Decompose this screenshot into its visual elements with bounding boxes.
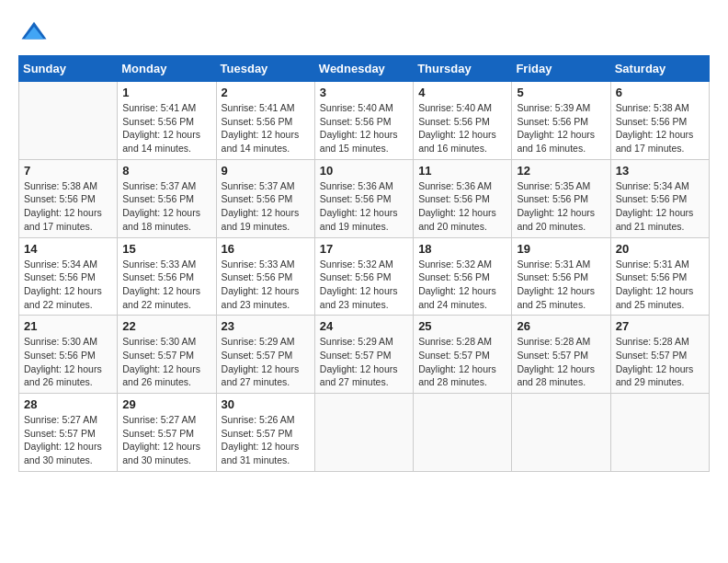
sunset: Sunset: 5:56 PM [517, 193, 588, 204]
calendar-cell: 21 Sunrise: 5:30 AM Sunset: 5:56 PM Dayl… [19, 316, 118, 394]
sunset: Sunset: 5:57 PM [24, 428, 96, 439]
sunrise: Sunrise: 5:41 AM [122, 102, 196, 113]
day-number: 3 [320, 86, 408, 99]
day-number: 23 [222, 319, 310, 333]
calendar-cell: 5 Sunrise: 5:39 AM Sunset: 5:56 PM Dayli… [512, 82, 610, 160]
sunset: Sunset: 5:56 PM [616, 271, 688, 282]
day-info: Sunrise: 5:26 AM Sunset: 5:57 PM Dayligh… [222, 413, 310, 467]
calendar-week-row: 7 Sunrise: 5:38 AM Sunset: 5:56 PM Dayli… [19, 159, 710, 237]
calendar-cell: 1 Sunrise: 5:41 AM Sunset: 5:56 PM Dayli… [118, 82, 216, 160]
day-info: Sunrise: 5:37 AM Sunset: 5:56 PM Dayligh… [122, 179, 210, 234]
daylight: Daylight: 12 hours and 28 minutes. [517, 363, 595, 388]
sunrise: Sunrise: 5:27 AM [24, 414, 97, 425]
calendar-cell: 4 Sunrise: 5:40 AM Sunset: 5:56 PM Dayli… [414, 82, 512, 160]
daylight: Daylight: 12 hours and 30 minutes. [24, 441, 102, 465]
weekday-header: Monday [118, 56, 216, 82]
day-info: Sunrise: 5:30 AM Sunset: 5:56 PM Dayligh… [24, 335, 112, 389]
day-info: Sunrise: 5:29 AM Sunset: 5:57 PM Dayligh… [222, 335, 310, 389]
calendar-cell: 19 Sunrise: 5:31 AM Sunset: 5:56 PM Dayl… [512, 237, 610, 316]
sunrise: Sunrise: 5:33 AM [122, 259, 196, 270]
day-info: Sunrise: 5:27 AM Sunset: 5:57 PM Dayligh… [122, 413, 210, 467]
daylight: Daylight: 12 hours and 18 minutes. [122, 207, 200, 232]
sunset: Sunset: 5:56 PM [517, 116, 588, 127]
sunset: Sunset: 5:56 PM [517, 271, 588, 282]
sunset: Sunset: 5:56 PM [24, 271, 96, 282]
sunset: Sunset: 5:56 PM [418, 116, 490, 127]
sunrise: Sunrise: 5:33 AM [222, 259, 295, 270]
sunset: Sunset: 5:56 PM [616, 116, 688, 127]
day-number: 16 [222, 242, 310, 256]
day-info: Sunrise: 5:31 AM Sunset: 5:56 PM Dayligh… [616, 258, 704, 312]
sunrise: Sunrise: 5:40 AM [320, 102, 393, 113]
sunset: Sunset: 5:56 PM [418, 193, 490, 204]
day-info: Sunrise: 5:41 AM Sunset: 5:56 PM Dayligh… [122, 101, 210, 155]
calendar-cell: 15 Sunrise: 5:33 AM Sunset: 5:56 PM Dayl… [118, 237, 216, 316]
sunset: Sunset: 5:56 PM [320, 193, 392, 204]
weekday-header: Tuesday [216, 56, 314, 82]
calendar-cell: 7 Sunrise: 5:38 AM Sunset: 5:56 PM Dayli… [19, 159, 118, 237]
calendar-cell [414, 394, 512, 472]
day-info: Sunrise: 5:33 AM Sunset: 5:56 PM Dayligh… [222, 258, 310, 312]
daylight: Daylight: 12 hours and 24 minutes. [418, 285, 496, 310]
day-info: Sunrise: 5:32 AM Sunset: 5:56 PM Dayligh… [418, 258, 506, 312]
sunrise: Sunrise: 5:34 AM [616, 180, 689, 191]
page-header [18, 18, 710, 46]
day-number: 6 [616, 86, 704, 99]
calendar-header: SundayMondayTuesdayWednesdayThursdayFrid… [19, 56, 710, 82]
day-number: 5 [517, 86, 605, 99]
calendar-cell: 3 Sunrise: 5:40 AM Sunset: 5:56 PM Dayli… [314, 82, 413, 160]
calendar-cell: 28 Sunrise: 5:27 AM Sunset: 5:57 PM Dayl… [19, 394, 118, 472]
calendar-week-row: 1 Sunrise: 5:41 AM Sunset: 5:56 PM Dayli… [19, 82, 710, 160]
sunrise: Sunrise: 5:41 AM [222, 102, 295, 113]
day-number: 18 [418, 242, 506, 256]
day-info: Sunrise: 5:41 AM Sunset: 5:56 PM Dayligh… [222, 101, 310, 155]
daylight: Daylight: 12 hours and 19 minutes. [320, 207, 398, 232]
sunset: Sunset: 5:56 PM [122, 193, 194, 204]
calendar-cell: 23 Sunrise: 5:29 AM Sunset: 5:57 PM Dayl… [216, 316, 314, 394]
sunrise: Sunrise: 5:27 AM [122, 414, 196, 425]
sunrise: Sunrise: 5:37 AM [122, 180, 196, 191]
day-number: 19 [517, 242, 605, 256]
calendar-cell: 30 Sunrise: 5:26 AM Sunset: 5:57 PM Dayl… [216, 394, 314, 472]
calendar-cell: 8 Sunrise: 5:37 AM Sunset: 5:56 PM Dayli… [118, 159, 216, 237]
day-number: 28 [24, 397, 112, 411]
day-info: Sunrise: 5:40 AM Sunset: 5:56 PM Dayligh… [320, 101, 408, 155]
day-info: Sunrise: 5:34 AM Sunset: 5:56 PM Dayligh… [24, 258, 112, 312]
sunrise: Sunrise: 5:31 AM [517, 259, 590, 270]
daylight: Daylight: 12 hours and 20 minutes. [418, 207, 496, 232]
daylight: Daylight: 12 hours and 31 minutes. [222, 441, 300, 465]
sunset: Sunset: 5:57 PM [616, 350, 688, 361]
day-info: Sunrise: 5:39 AM Sunset: 5:56 PM Dayligh… [517, 101, 605, 155]
daylight: Daylight: 12 hours and 14 minutes. [122, 129, 200, 154]
sunset: Sunset: 5:56 PM [222, 271, 293, 282]
calendar-cell: 29 Sunrise: 5:27 AM Sunset: 5:57 PM Dayl… [118, 394, 216, 472]
calendar-cell: 22 Sunrise: 5:30 AM Sunset: 5:57 PM Dayl… [118, 316, 216, 394]
day-number: 14 [24, 242, 112, 256]
day-number: 2 [222, 86, 310, 99]
daylight: Daylight: 12 hours and 22 minutes. [24, 285, 102, 310]
calendar-week-row: 28 Sunrise: 5:27 AM Sunset: 5:57 PM Dayl… [19, 394, 710, 472]
daylight: Daylight: 12 hours and 28 minutes. [418, 363, 496, 388]
sunset: Sunset: 5:56 PM [320, 271, 392, 282]
calendar-cell: 14 Sunrise: 5:34 AM Sunset: 5:56 PM Dayl… [19, 237, 118, 316]
calendar-cell: 27 Sunrise: 5:28 AM Sunset: 5:57 PM Dayl… [610, 316, 709, 394]
day-number: 22 [122, 319, 210, 333]
weekday-header: Saturday [610, 56, 709, 82]
day-number: 30 [222, 397, 310, 411]
day-info: Sunrise: 5:38 AM Sunset: 5:56 PM Dayligh… [616, 101, 704, 155]
calendar-cell: 24 Sunrise: 5:29 AM Sunset: 5:57 PM Dayl… [314, 316, 413, 394]
sunset: Sunset: 5:56 PM [24, 193, 96, 204]
day-info: Sunrise: 5:28 AM Sunset: 5:57 PM Dayligh… [418, 335, 506, 389]
daylight: Daylight: 12 hours and 23 minutes. [222, 285, 300, 310]
weekday-header: Friday [512, 56, 610, 82]
sunrise: Sunrise: 5:32 AM [418, 259, 492, 270]
sunrise: Sunrise: 5:39 AM [517, 102, 590, 113]
daylight: Daylight: 12 hours and 17 minutes. [616, 129, 694, 154]
daylight: Daylight: 12 hours and 15 minutes. [320, 129, 398, 154]
day-number: 27 [616, 319, 704, 333]
day-number: 9 [222, 164, 310, 178]
day-number: 21 [24, 319, 112, 333]
calendar-cell: 13 Sunrise: 5:34 AM Sunset: 5:56 PM Dayl… [610, 159, 709, 237]
day-info: Sunrise: 5:38 AM Sunset: 5:56 PM Dayligh… [24, 179, 112, 234]
daylight: Daylight: 12 hours and 29 minutes. [616, 363, 694, 388]
